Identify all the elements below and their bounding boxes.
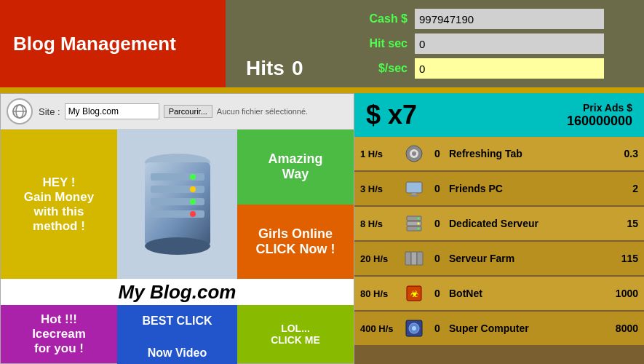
- svg-rect-29: [417, 252, 423, 265]
- server-graphic: [130, 148, 225, 261]
- ad-lol-click[interactable]: LOL...CLICK ME: [237, 305, 354, 363]
- svg-point-11: [190, 186, 196, 192]
- ad-hot-icecream[interactable]: Hot !!!Icecreamfor you !: [1, 305, 117, 363]
- parcourir-button[interactable]: Parcourir...: [164, 105, 212, 118]
- upgrade-count-5: 0: [430, 323, 445, 334]
- right-panel: $ x7 Prix Ads $ 160000000 1 H/s 0 Refres…: [354, 93, 644, 364]
- upgrade-name-4: BotNet: [449, 288, 597, 299]
- svg-point-24: [418, 218, 420, 220]
- svg-rect-28: [411, 252, 417, 265]
- upgrade-icon-4: ☣: [402, 282, 426, 305]
- prix-ads-label: Prix Ads $: [583, 102, 632, 114]
- blog-name: My Blog.com: [119, 281, 236, 304]
- persec-input[interactable]: [415, 58, 604, 79]
- upgrade-name-1: Friends PC: [449, 183, 597, 194]
- svg-text:☣: ☣: [410, 289, 418, 299]
- blog-icon: [7, 98, 33, 124]
- upgrade-cost-0: 0.3: [602, 148, 638, 159]
- svg-point-13: [190, 211, 196, 217]
- svg-rect-27: [405, 252, 411, 265]
- app-title-box: Blog Management: [0, 0, 226, 87]
- upgrade-cost-5: 8000: [602, 323, 638, 334]
- app-title: Blog Management: [13, 33, 176, 55]
- upgrade-icon-5: [402, 317, 426, 340]
- cash-label: Cash $: [357, 12, 408, 25]
- bottom-center-ads: BEST CLICK Now Video: [117, 305, 237, 363]
- upgrade-row-1: 3 H/s 0 Friends PC 2: [354, 172, 644, 207]
- upgrade-count-3: 0: [430, 253, 445, 264]
- svg-rect-9: [151, 210, 204, 218]
- multiplier-row: $ x7 Prix Ads $ 160000000: [354, 93, 644, 137]
- blog-center: [117, 130, 237, 279]
- header: Blog Management Hits 0 Cash $ Hit sec $/…: [0, 0, 644, 87]
- address-bar: Site : Parcourir... Aucun fichier sélect…: [1, 94, 354, 130]
- cash-row: Cash $: [357, 9, 629, 29]
- upgrade-name-3: Serveur Farm: [449, 253, 597, 264]
- upgrade-hs-5: 400 H/s: [360, 323, 398, 334]
- upgrade-icon-0: [402, 142, 426, 165]
- blog-panel: Site : Parcourir... Aucun fichier sélect…: [0, 93, 354, 364]
- upgrade-row-3: 20 H/s 0 Serveur Farm 115: [354, 242, 644, 277]
- upgrade-count-4: 0: [430, 288, 445, 299]
- hitsec-row: Hit sec: [357, 33, 629, 54]
- svg-rect-8: [151, 198, 204, 205]
- upgrade-hs-2: 8 H/s: [360, 218, 398, 229]
- upgrade-hs-4: 80 H/s: [360, 288, 398, 299]
- no-file-label: Aucun fichier sélectionné.: [217, 107, 308, 116]
- svg-rect-7: [151, 186, 204, 193]
- upgrade-count-1: 0: [430, 183, 445, 194]
- multiplier-label: $ x7: [366, 100, 417, 130]
- svg-rect-20: [410, 195, 418, 197]
- upgrade-hs-0: 1 H/s: [360, 149, 398, 159]
- hits-value: 0: [292, 57, 303, 80]
- upgrade-icon-2: [402, 212, 426, 235]
- svg-point-25: [418, 223, 420, 225]
- upgrade-cost-4: 1000: [602, 288, 638, 299]
- upgrade-name-5: Super Computer: [449, 323, 597, 334]
- site-label: Site :: [39, 106, 60, 117]
- blog-name-row: My Blog.com: [1, 279, 354, 305]
- svg-point-26: [418, 228, 420, 230]
- upgrade-row-4: 80 H/s ☣ 0 BotNet 1000: [354, 277, 644, 312]
- upgrade-name-2: Dedicated Serveur: [449, 218, 597, 229]
- ad-amazing-way[interactable]: AmazingWay: [237, 130, 354, 205]
- svg-point-10: [190, 174, 196, 180]
- hitsec-input[interactable]: [415, 33, 604, 54]
- prix-ads: Prix Ads $ 160000000: [567, 102, 632, 129]
- upgrade-cost-3: 115: [602, 253, 638, 264]
- upgrade-cost-2: 15: [602, 218, 638, 229]
- upgrade-hs-3: 20 H/s: [360, 253, 398, 264]
- svg-rect-19: [412, 193, 416, 195]
- persec-row: $/sec: [357, 58, 629, 79]
- stats-box: Cash $ Hit sec $/sec: [342, 0, 644, 87]
- svg-rect-6: [151, 173, 204, 181]
- upgrade-cost-1: 2: [602, 183, 638, 194]
- upgrade-hs-1: 3 H/s: [360, 183, 398, 194]
- ad-girls-online[interactable]: Girls OnlineCLICK Now !: [237, 205, 354, 280]
- gold-divider: [0, 87, 644, 93]
- ad-best-click[interactable]: BEST CLICK: [117, 305, 237, 337]
- main-content: Site : Parcourir... Aucun fichier sélect…: [0, 93, 644, 364]
- globe-icon: [12, 103, 28, 119]
- upgrade-icon-1: [402, 177, 426, 200]
- cash-input[interactable]: [415, 9, 604, 29]
- upgrade-row-5: 400 H/s 0 Super Computer 8000: [354, 312, 644, 347]
- svg-point-5: [145, 237, 210, 255]
- site-input[interactable]: [65, 103, 159, 119]
- hitsec-label: Hit sec: [357, 37, 408, 50]
- svg-rect-18: [407, 183, 421, 192]
- svg-point-16: [412, 151, 416, 156]
- svg-point-34: [412, 326, 416, 331]
- prix-ads-value: 160000000: [567, 114, 632, 129]
- upgrade-icon-3: [402, 247, 426, 270]
- ad-hey-gain[interactable]: HEY !Gain Moneywith thismethod !: [1, 130, 117, 279]
- hits-box: Hits 0: [226, 0, 342, 87]
- ad-now-video[interactable]: Now Video: [117, 337, 237, 364]
- upgrade-row-2: 8 H/s 0 Dedicated Serveur 15: [354, 207, 644, 242]
- upgrade-count-0: 0: [430, 148, 445, 159]
- hits-label: Hits: [246, 57, 285, 80]
- upgrade-count-2: 0: [430, 218, 445, 229]
- upgrades-list: 1 H/s 0 Refreshing Tab 0.3 3 H/s 0 Frien…: [354, 137, 644, 364]
- svg-point-12: [190, 199, 196, 205]
- upgrade-name-0: Refreshing Tab: [449, 148, 597, 159]
